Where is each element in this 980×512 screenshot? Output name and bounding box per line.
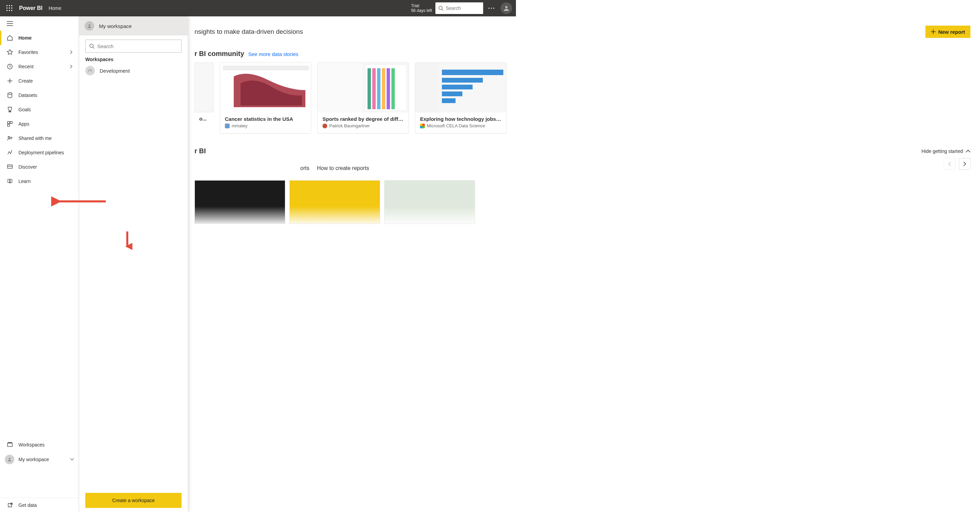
tab-item[interactable]: orts bbox=[300, 165, 310, 171]
svg-rect-42 bbox=[442, 91, 462, 96]
svg-rect-35 bbox=[382, 68, 385, 109]
community-card[interactable]: Cancer statistics in the USA mmatey bbox=[220, 62, 311, 134]
svg-rect-37 bbox=[391, 68, 395, 109]
svg-point-19 bbox=[8, 93, 12, 94]
learn-thumbnail[interactable] bbox=[384, 180, 475, 224]
svg-rect-8 bbox=[11, 10, 12, 11]
breadcrumb[interactable]: Home bbox=[48, 5, 61, 11]
learn-thumbnail[interactable] bbox=[290, 180, 380, 224]
hamburger-icon bbox=[7, 21, 13, 26]
waffle-icon bbox=[6, 5, 13, 11]
svg-rect-22 bbox=[8, 124, 10, 126]
nav-label: Learn bbox=[18, 179, 31, 184]
global-search[interactable] bbox=[435, 2, 483, 14]
svg-rect-41 bbox=[442, 85, 473, 89]
workspace-item-label: Development bbox=[100, 68, 130, 74]
svg-point-13 bbox=[493, 8, 494, 8]
community-card[interactable]: o... bbox=[194, 62, 213, 134]
nav-apps[interactable]: Apps bbox=[0, 117, 79, 131]
app-launcher-button[interactable] bbox=[3, 2, 16, 15]
nav-label: Deployment pipelines bbox=[18, 150, 64, 155]
card-author: mmatey bbox=[232, 123, 247, 128]
svg-rect-4 bbox=[9, 8, 10, 8]
trial-line2: 56 days left bbox=[411, 8, 432, 13]
svg-rect-30 bbox=[318, 63, 362, 113]
svg-rect-6 bbox=[6, 10, 8, 11]
svg-point-12 bbox=[491, 8, 492, 8]
card-author: Patrick Baumgartner bbox=[329, 123, 370, 128]
svg-rect-33 bbox=[372, 68, 376, 109]
star-icon bbox=[7, 49, 13, 55]
nav-label: Create bbox=[18, 78, 33, 84]
community-card[interactable]: Exploring how technology jobs ... Micros… bbox=[415, 62, 506, 134]
trophy-icon bbox=[7, 107, 13, 113]
plus-icon bbox=[7, 78, 13, 84]
dataset-icon bbox=[7, 92, 13, 98]
svg-rect-43 bbox=[442, 98, 455, 103]
nav-pipelines[interactable]: Deployment pipelines bbox=[0, 145, 79, 160]
tab-item[interactable]: How to create reports bbox=[317, 165, 369, 171]
nav-goals[interactable]: Goals bbox=[0, 102, 79, 117]
global-search-input[interactable] bbox=[445, 5, 476, 11]
svg-rect-5 bbox=[11, 8, 12, 8]
annotation-arrow-workspaces bbox=[51, 196, 109, 206]
trial-line1: Trial: bbox=[411, 3, 432, 8]
more-button[interactable] bbox=[485, 2, 498, 15]
learn-icon bbox=[7, 178, 13, 184]
nav-label: Home bbox=[18, 35, 32, 41]
nav-label: Recent bbox=[18, 64, 33, 69]
svg-point-14 bbox=[505, 6, 508, 8]
svg-rect-36 bbox=[387, 68, 390, 109]
card-title: Exploring how technology jobs ... bbox=[420, 116, 501, 122]
svg-line-10 bbox=[442, 9, 443, 11]
nav-label: Discover bbox=[18, 164, 37, 170]
search-icon bbox=[438, 5, 444, 11]
workspace-item-development[interactable]: Development bbox=[79, 64, 188, 78]
annotation-arrow-create-workspace bbox=[122, 231, 132, 251]
chevron-right-icon bbox=[69, 50, 73, 54]
ellipsis-icon bbox=[488, 8, 495, 9]
nav-toggle-button[interactable] bbox=[0, 16, 79, 31]
nav-discover[interactable]: Discover bbox=[0, 160, 79, 174]
nav-favorites[interactable]: Favorites bbox=[0, 45, 79, 59]
svg-point-23 bbox=[8, 137, 10, 138]
nav-shared[interactable]: Shared with me bbox=[0, 131, 79, 145]
community-card[interactable]: Sports ranked by degree of diffi... Patr… bbox=[317, 62, 409, 134]
svg-point-24 bbox=[11, 137, 12, 139]
svg-rect-34 bbox=[377, 68, 380, 109]
svg-rect-20 bbox=[8, 121, 10, 124]
learn-thumbnail[interactable] bbox=[194, 180, 285, 224]
svg-point-44 bbox=[89, 24, 91, 26]
svg-rect-21 bbox=[10, 121, 12, 124]
card-title: o... bbox=[199, 116, 209, 121]
chevron-right-icon bbox=[69, 64, 73, 69]
tagline-text: nsights to make data-driven decisions bbox=[194, 28, 303, 35]
workspaces-flyout: My workspace Workspaces Development Crea… bbox=[79, 16, 188, 270]
nav-recent[interactable]: Recent bbox=[0, 59, 79, 74]
left-nav: Home Favorites Recent Create Datasets Go… bbox=[0, 16, 79, 270]
nav-learn[interactable]: Learn bbox=[0, 174, 79, 188]
nav-create[interactable]: Create bbox=[0, 74, 79, 88]
svg-rect-31 bbox=[366, 65, 406, 111]
home-icon bbox=[7, 35, 13, 41]
see-more-link[interactable]: See more data stories bbox=[248, 51, 299, 57]
svg-point-48 bbox=[91, 69, 92, 71]
pipeline-icon bbox=[7, 150, 13, 156]
svg-rect-7 bbox=[9, 10, 10, 11]
clock-icon bbox=[7, 64, 13, 70]
top-bar: Power BI Home Trial: 56 days left bbox=[0, 0, 516, 16]
svg-point-9 bbox=[439, 6, 442, 10]
svg-rect-32 bbox=[368, 68, 371, 109]
flyout-search-input[interactable] bbox=[97, 43, 178, 49]
card-title: Sports ranked by degree of diffi... bbox=[323, 116, 404, 122]
svg-rect-1 bbox=[9, 5, 10, 6]
nav-datasets[interactable]: Datasets bbox=[0, 88, 79, 102]
nav-label: Shared with me bbox=[18, 136, 51, 141]
svg-rect-40 bbox=[442, 78, 483, 83]
learn-title: r BI bbox=[194, 147, 206, 155]
flyout-my-workspace[interactable]: My workspace bbox=[79, 16, 188, 35]
flyout-search[interactable] bbox=[85, 40, 181, 53]
nav-home[interactable]: Home bbox=[0, 31, 79, 45]
svg-rect-39 bbox=[442, 70, 503, 75]
user-avatar-button[interactable] bbox=[500, 2, 513, 15]
